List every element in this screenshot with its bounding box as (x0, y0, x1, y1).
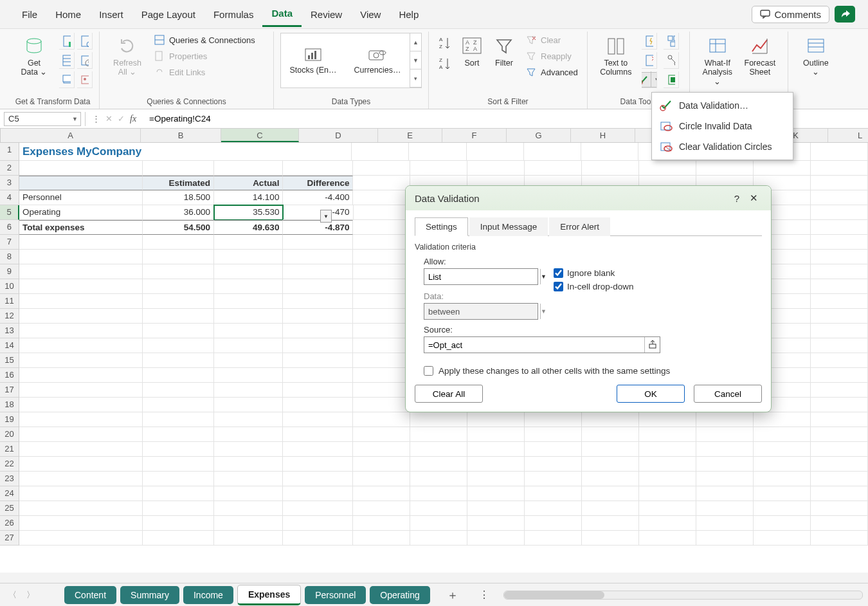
cell[interactable] (143, 412, 214, 427)
cell[interactable] (214, 264, 283, 279)
incell-dropdown-checkbox[interactable]: In-cell drop-down (554, 282, 634, 291)
cell[interactable] (811, 205, 868, 220)
row-header[interactable]: 15 (0, 353, 19, 368)
cell[interactable] (811, 353, 868, 368)
cell[interactable] (754, 427, 811, 442)
column-header-G[interactable]: G (507, 129, 571, 142)
cell[interactable] (214, 235, 283, 250)
comments-button[interactable]: Comments (752, 6, 829, 23)
sheet-tab-income[interactable]: Income (183, 586, 233, 604)
sheet-tab-personnel[interactable]: Personnel (305, 586, 366, 604)
cell[interactable] (353, 264, 410, 279)
cell[interactable] (214, 427, 283, 442)
cell[interactable] (524, 143, 581, 161)
cell[interactable] (19, 250, 143, 264)
cell[interactable] (639, 161, 696, 176)
cell[interactable] (811, 264, 868, 279)
cell[interactable] (19, 176, 143, 190)
cell[interactable] (19, 353, 143, 368)
cell[interactable] (214, 324, 283, 338)
cell[interactable] (353, 472, 410, 486)
forecast-button[interactable]: Forecast Sheet (739, 33, 781, 80)
flash-fill-button[interactable] (642, 33, 657, 50)
cell[interactable] (353, 412, 410, 427)
cell[interactable] (639, 486, 696, 501)
row-header[interactable]: 18 (0, 398, 19, 412)
cell[interactable] (353, 368, 410, 383)
cell[interactable] (214, 250, 283, 264)
cell[interactable] (214, 516, 283, 531)
menu-help[interactable]: Help (390, 3, 428, 26)
cell[interactable] (467, 472, 525, 486)
cell[interactable] (811, 442, 868, 457)
menu-data-validation[interactable]: Data Validation… (652, 95, 793, 116)
cell[interactable] (525, 501, 582, 516)
row-header[interactable]: 20 (0, 427, 19, 442)
cell[interactable] (353, 190, 410, 205)
cell[interactable] (283, 338, 353, 353)
cell[interactable] (214, 472, 283, 486)
cell[interactable] (143, 368, 214, 383)
cell[interactable] (353, 531, 410, 546)
row-header[interactable]: 14 (0, 338, 19, 353)
sort-za-button[interactable]: ZA (438, 56, 452, 71)
sheet-menu-button[interactable]: ⋮ (478, 589, 491, 601)
cell[interactable] (582, 531, 639, 546)
cell[interactable] (19, 324, 143, 338)
cell[interactable] (19, 398, 143, 412)
cell[interactable] (283, 486, 353, 501)
cell[interactable] (582, 427, 639, 442)
cell[interactable] (582, 412, 639, 427)
cell[interactable] (353, 161, 410, 176)
relationships-button[interactable] (664, 52, 679, 69)
cell[interactable] (353, 516, 410, 531)
cell[interactable] (811, 368, 868, 383)
cell[interactable] (467, 531, 525, 546)
cell[interactable] (353, 457, 410, 472)
cell[interactable] (19, 531, 143, 546)
cell[interactable] (143, 294, 214, 309)
cell[interactable] (811, 486, 868, 501)
row-header[interactable]: 23 (0, 472, 19, 486)
row-header[interactable]: 16 (0, 368, 19, 383)
cell[interactable] (143, 235, 214, 250)
share-button[interactable] (835, 6, 855, 23)
stocks-type[interactable]: Stocks (En… (281, 33, 345, 87)
menu-review[interactable]: Review (302, 3, 351, 26)
row-header[interactable]: 2 (0, 161, 19, 176)
cell[interactable] (143, 501, 214, 516)
options-icon[interactable]: ⋮ (92, 114, 100, 124)
cell[interactable] (467, 442, 525, 457)
cell[interactable] (143, 531, 214, 546)
cell[interactable]: Personnel (19, 190, 143, 205)
cell[interactable] (525, 457, 582, 472)
column-header-E[interactable]: E (378, 129, 442, 142)
cell[interactable] (754, 412, 811, 427)
cell[interactable] (214, 383, 283, 398)
row-header[interactable]: 5 (0, 205, 19, 220)
from-picture-button[interactable] (77, 71, 93, 88)
cell[interactable] (19, 279, 143, 294)
cell[interactable] (811, 220, 868, 235)
cell[interactable] (410, 442, 467, 457)
cell[interactable] (467, 427, 525, 442)
ok-button[interactable]: OK (617, 385, 685, 403)
cell[interactable] (696, 412, 754, 427)
cell[interactable] (811, 457, 868, 472)
cell[interactable]: Estimated (143, 176, 214, 190)
row-header[interactable]: 27 (0, 531, 19, 546)
cell[interactable] (283, 161, 353, 176)
cell[interactable]: -4.870 (283, 220, 353, 235)
row-header[interactable]: 13 (0, 324, 19, 338)
cell[interactable] (283, 324, 353, 338)
cell[interactable] (283, 368, 353, 383)
cell[interactable] (811, 501, 868, 516)
cell[interactable]: 49.630 (214, 220, 283, 235)
clear-filter-button[interactable]: Clear (523, 33, 581, 47)
cell[interactable] (696, 486, 754, 501)
cell[interactable] (214, 486, 283, 501)
allow-combo[interactable]: ▼ (424, 268, 538, 285)
cell[interactable] (582, 501, 639, 516)
cell[interactable] (525, 486, 582, 501)
row-header[interactable]: 11 (0, 294, 19, 309)
